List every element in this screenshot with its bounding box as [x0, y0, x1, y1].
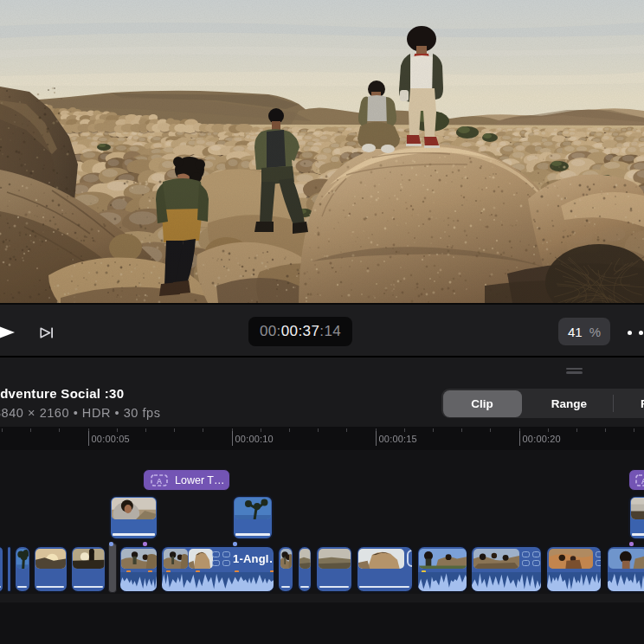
svg-text:A: A: [157, 476, 163, 485]
